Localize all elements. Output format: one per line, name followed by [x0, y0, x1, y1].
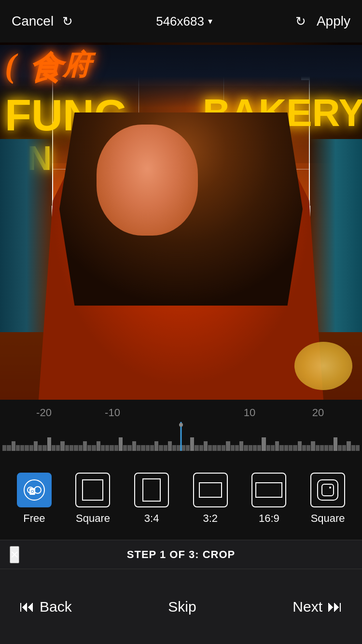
ruler-track[interactable]: // Ticks rendered inline — [0, 422, 362, 451]
crop-option-instagram[interactable]: Square — [310, 473, 345, 525]
grid-line-v2 — [223, 72, 224, 363]
crop-dark-top — [0, 42, 362, 71]
grid-line-v1 — [139, 72, 139, 363]
crop-option-square[interactable]: Square — [75, 473, 110, 525]
handle-left-edge[interactable] — [52, 206, 55, 230]
skip-button[interactable]: Skip — [168, 599, 196, 615]
cancel-button[interactable]: Cancel — [12, 14, 54, 29]
ruler-dot — [179, 423, 183, 427]
ratio-169-box — [255, 482, 282, 498]
crop-icon-34 — [134, 473, 169, 507]
grid-line-h2 — [53, 266, 309, 266]
crop-option-169[interactable]: 16:9 — [251, 473, 286, 525]
instagram-inner — [321, 484, 334, 496]
crop-icon-169 — [251, 473, 286, 507]
handle-top-left[interactable] — [52, 71, 61, 80]
crop-icon-free — [17, 473, 52, 507]
ruler-label-20: 20 — [304, 406, 333, 419]
dropdown-arrow-icon[interactable]: ▾ — [208, 16, 212, 27]
ratio-34-box — [142, 478, 161, 502]
crop-dark-right — [310, 71, 362, 364]
handle-top-right[interactable] — [301, 71, 310, 80]
top-bar-left: Cancel ↻ — [12, 14, 73, 29]
crop-option-free[interactable]: Free — [17, 473, 52, 525]
skip-label: Skip — [168, 599, 196, 615]
image-area: ( 食 府 FUNG BAKERY EN — [0, 42, 362, 400]
crop-options: Free Square 3:4 3:2 16:9 Squa — [0, 458, 362, 540]
top-bar: Cancel ↻ 546x683 ▾ ↻ Apply — [0, 0, 362, 42]
crop-label-instagram: Square — [311, 512, 345, 525]
ruler-labels: -20 -10 10 20 — [0, 406, 362, 419]
ratio-32-box — [199, 482, 222, 498]
next-icon: ⏭ — [327, 598, 343, 616]
ruler-label-minus20: -20 — [29, 406, 58, 419]
crop-dark-bottom — [0, 364, 362, 400]
dimension-label[interactable]: 546x683 — [156, 14, 204, 29]
crop-icon-square — [75, 473, 110, 507]
handle-bottom-edge[interactable] — [169, 361, 193, 364]
grid-line-h1 — [53, 169, 309, 169]
refresh-icon[interactable]: ↻ — [62, 14, 73, 29]
square-box — [82, 479, 103, 501]
handle-top-edge[interactable] — [169, 71, 193, 74]
crop-label-square: Square — [76, 512, 110, 525]
crop-label-32: 3:2 — [203, 512, 218, 525]
top-bar-center: 546x683 ▾ — [156, 14, 212, 29]
crop-overlay — [0, 42, 362, 400]
crop-option-34[interactable]: 3:4 — [134, 473, 169, 525]
ruler-area[interactable]: -20 -10 10 20 // Ticks rendered inline — [0, 400, 362, 458]
back-label: Back — [40, 599, 72, 615]
crop-option-32[interactable]: 3:2 — [193, 473, 228, 525]
step-label: STEP 1 OF 3: CROP — [127, 548, 235, 561]
crop-icon-32 — [193, 473, 228, 507]
back-button[interactable]: ⏮ Back — [19, 598, 72, 616]
crop-label-169: 16:9 — [259, 512, 279, 525]
crop-box[interactable] — [52, 71, 310, 364]
bottom-nav: ⏮ Back Skip Next ⏭ — [0, 569, 362, 644]
top-bar-right: ↻ Apply — [295, 14, 350, 29]
crop-dark-left — [0, 71, 52, 364]
handle-bottom-left[interactable] — [52, 355, 61, 364]
free-icon-inner — [24, 479, 45, 501]
crop-label-34: 3:4 — [144, 512, 159, 525]
next-button[interactable]: Next ⏭ — [292, 598, 343, 616]
handle-right-edge[interactable] — [307, 206, 310, 230]
ruler-label-10: 10 — [235, 406, 264, 419]
step-bar: × STEP 1 OF 3: CROP — [0, 540, 362, 569]
apply-button[interactable]: Apply — [317, 14, 350, 29]
crop-icon-instagram — [310, 473, 345, 507]
back-icon: ⏮ — [19, 598, 35, 616]
ruler-label-zero — [167, 406, 195, 419]
instagram-box — [317, 479, 338, 501]
rotate-icon[interactable]: ↻ — [295, 14, 306, 29]
ruler-label-minus10: -10 — [98, 406, 127, 419]
step-close-button[interactable]: × — [10, 546, 19, 563]
next-label: Next — [292, 599, 322, 615]
crop-label-free: Free — [23, 512, 45, 525]
handle-bottom-right[interactable] — [301, 355, 310, 364]
